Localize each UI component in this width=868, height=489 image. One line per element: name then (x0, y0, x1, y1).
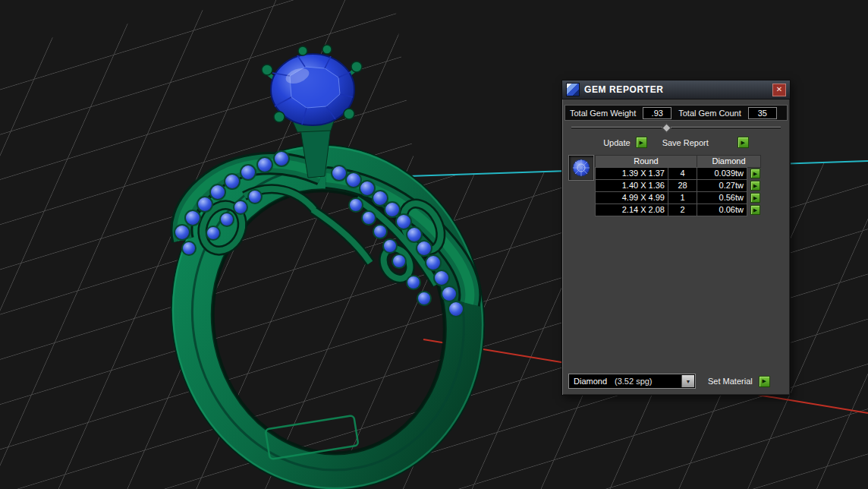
gem-slider[interactable] (571, 123, 781, 132)
total-gem-weight-label: Total Gem Weight (565, 109, 640, 118)
set-material-action[interactable]: Set Material ▶ (708, 376, 770, 387)
gem-row-weight: 0.27tw (697, 179, 747, 192)
dropdown-arrow-icon[interactable]: ▼ (681, 375, 694, 387)
play-icon: ▶ (753, 195, 757, 201)
play-icon: ▶ (763, 378, 766, 384)
gem-row-size: 2.14 X 2.08 (595, 203, 668, 216)
set-material-label[interactable]: Set Material (708, 377, 753, 386)
material-row: Diamond (3.52 spg) ▼ Set Material ▶ (568, 374, 784, 389)
gem-row-size: 1.39 X 1.37 (595, 167, 668, 180)
update-label[interactable]: Update (603, 138, 630, 147)
gem-table: Round Diamond 1.39 X 1.37 4 0.039tw ▶ 1.… (567, 155, 785, 216)
slider-track[interactable] (571, 127, 781, 128)
app-window: GEM REPORTER ✕ Total Gem Weight .93 Tota… (0, 0, 868, 489)
close-button[interactable]: ✕ (772, 84, 786, 96)
gem-reporter-icon (566, 83, 580, 96)
material-selected-density: (3.52 spg) (615, 377, 653, 386)
update-action[interactable]: Update ▶ (603, 137, 646, 148)
gem-stats-row: Total Gem Weight .93 Total Gem Count 35 (565, 105, 788, 121)
gem-thumbnail (568, 155, 594, 181)
gem-row-count: 2 (668, 203, 697, 216)
round-gem-icon (571, 158, 591, 178)
material-dropdown[interactable]: Diamond (3.52 spg) ▼ (568, 374, 696, 389)
play-icon: ▶ (741, 140, 745, 146)
gem-reporter-panel: GEM REPORTER ✕ Total Gem Weight .93 Tota… (561, 80, 791, 396)
gem-row-arrow-button[interactable]: ▶ (750, 205, 760, 215)
slider-thumb[interactable] (662, 123, 672, 133)
gem-row-arrow-button[interactable]: ▶ (750, 193, 760, 203)
total-gem-count-value[interactable]: 35 (748, 107, 777, 119)
gem-row-arrow-button[interactable]: ▶ (750, 181, 760, 191)
column-header-round: Round (595, 155, 697, 168)
play-icon: ▶ (639, 140, 643, 146)
gem-row-size: 4.99 X 4.99 (595, 191, 668, 204)
gem-row-arrow-button[interactable]: ▶ (750, 169, 760, 178)
panel-titlebar[interactable]: GEM REPORTER ✕ (562, 80, 790, 99)
material-selected-name: Diamond (574, 377, 615, 386)
play-icon: ▶ (753, 183, 757, 189)
column-header-diamond: Diamond (697, 155, 761, 168)
play-icon: ▶ (753, 171, 757, 177)
save-report-action[interactable]: Save Report ▶ (662, 137, 749, 148)
gem-row-weight: 0.06tw (697, 203, 747, 216)
gem-row-size: 1.40 X 1.36 (595, 179, 668, 192)
set-material-arrow-button[interactable]: ▶ (759, 376, 770, 387)
total-gem-count-label: Total Gem Count (674, 109, 746, 118)
panel-title: GEM REPORTER (584, 84, 664, 95)
gem-row-count: 28 (668, 179, 697, 192)
play-icon: ▶ (753, 207, 757, 213)
total-gem-weight-value[interactable]: .93 (643, 107, 671, 119)
save-report-arrow-button[interactable]: ▶ (737, 137, 749, 148)
save-report-label[interactable]: Save Report (662, 138, 709, 147)
gem-row-count: 4 (668, 167, 697, 180)
update-arrow-button[interactable]: ▶ (636, 137, 647, 148)
gem-row-weight: 0.039tw (697, 167, 747, 180)
actions-row: Update ▶ Save Report ▶ (570, 137, 782, 148)
gem-row-count: 1 (668, 191, 697, 204)
gem-row-weight: 0.56tw (697, 191, 747, 204)
